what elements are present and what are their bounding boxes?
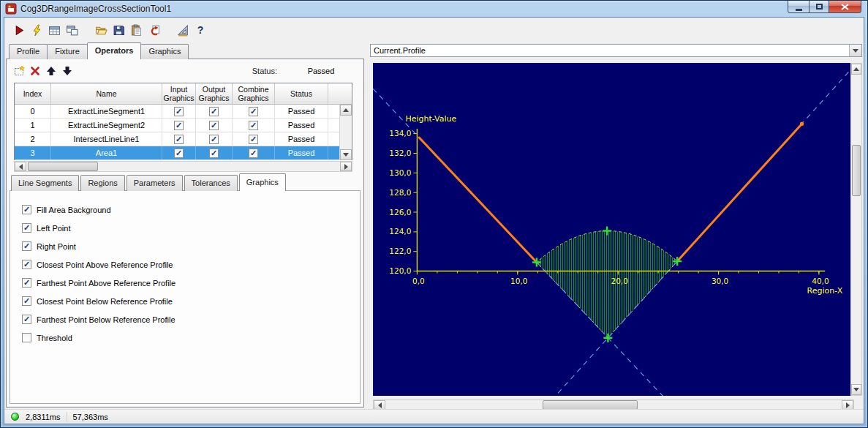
scrollbar-track[interactable]: [851, 75, 861, 384]
x-tick-label: 20,0: [611, 277, 628, 285]
sub-tab-line-segments[interactable]: Line Segments: [11, 175, 79, 191]
sub-tab-parameters[interactable]: Parameters: [127, 175, 183, 191]
name-cell: IntersectLineLine1: [51, 132, 162, 146]
operator-row-extractlinesegment2[interactable]: 1ExtractLineSegment2✓✓✓Passed: [15, 119, 352, 132]
operator-row-extractlinesegment1[interactable]: 0ExtractLineSegment1✓✓✓Passed: [15, 105, 352, 119]
sub-tab-regions[interactable]: Regions: [80, 175, 124, 191]
farthest-point-below-reference-profile-checkbox[interactable]: ✓: [22, 315, 31, 324]
table-horizontal-scrollbar[interactable]: [14, 161, 352, 172]
output-graphics-checkbox[interactable]: ✓: [209, 135, 219, 144]
scroll-down-button[interactable]: [340, 149, 352, 160]
y-axis-title: Height-Value: [405, 114, 456, 124]
input-graphics-checkbox[interactable]: ✓: [174, 107, 184, 116]
help-button[interactable]: ?: [192, 21, 209, 39]
input-graphics-checkbox[interactable]: ✓: [174, 135, 184, 144]
column-header-combine-graphics[interactable]: Combine Graphics: [233, 83, 275, 104]
closest-point-above-reference-profile-checkbox[interactable]: ✓: [22, 260, 31, 269]
run-button[interactable]: [10, 21, 28, 39]
save-file-button[interactable]: [110, 21, 127, 39]
new-operator-button[interactable]: [11, 63, 27, 79]
column-header-name[interactable]: Name: [51, 83, 162, 104]
fill-area-background-checkbox[interactable]: ✓: [22, 205, 31, 214]
move-up-button[interactable]: [43, 63, 59, 79]
column-header-status[interactable]: Status: [275, 83, 328, 104]
closest-point-below-reference-profile-checkbox[interactable]: ✓: [22, 296, 31, 306]
input-graphics-cell: ✓: [162, 146, 196, 159]
checkbox-label: Closest Point Below Reference Profile: [37, 297, 173, 306]
profile-chart[interactable]: 134,0132,0130,0128,0126,0124,0122,0120,0…: [373, 63, 854, 396]
profile-selector[interactable]: Current.Profile: [370, 44, 862, 57]
maximize-button[interactable]: [809, 1, 829, 13]
open-file-button[interactable]: [92, 21, 110, 39]
index-cell: 2: [15, 132, 51, 146]
paste-button[interactable]: [127, 21, 145, 39]
name-cell: Area1: [51, 146, 162, 159]
name-cell: ExtractLineSegment1: [51, 105, 162, 118]
scroll-up-button[interactable]: [340, 105, 352, 116]
output-graphics-checkbox[interactable]: ✓: [209, 121, 219, 130]
operators-table-body: 0ExtractLineSegment1✓✓✓Passed1ExtractLin…: [15, 105, 352, 160]
dropdown-button[interactable]: [849, 45, 861, 56]
column-header-input-graphics[interactable]: Input Graphics: [162, 83, 196, 104]
combine-graphics-checkbox[interactable]: ✓: [249, 121, 258, 130]
left-point-checkbox[interactable]: ✓: [22, 223, 31, 233]
profile-segment-right-end-dot: [800, 122, 804, 126]
delete-operator-button[interactable]: [27, 63, 43, 79]
input-graphics-cell: ✓: [162, 105, 196, 118]
close-button[interactable]: [829, 1, 861, 13]
table-vertical-scrollbar[interactable]: [339, 105, 352, 160]
scrollbar-thumb[interactable]: [28, 162, 98, 171]
x-tick-label: 30,0: [712, 277, 728, 285]
column-header-index[interactable]: Index: [15, 83, 51, 104]
move-down-button[interactable]: [59, 63, 75, 79]
profile-display-pane: Current.Profile 134,0132,0130,0128,0126,…: [369, 44, 862, 408]
scroll-left-button[interactable]: [15, 162, 26, 171]
tab-graphics[interactable]: Graphics: [140, 44, 189, 59]
operator-row-intersectlineline1[interactable]: 2IntersectLineLine1✓✓✓Passed: [15, 132, 352, 146]
operator-row-area1[interactable]: 3Area1✓✓✓Passed: [15, 146, 352, 160]
sub-tab-tolerances[interactable]: Tolerances: [184, 175, 238, 191]
tab-fixture[interactable]: Fixture: [47, 44, 88, 59]
maximize-icon: [816, 4, 823, 10]
electric-run-button[interactable]: [28, 21, 45, 39]
output-graphics-checkbox[interactable]: ✓: [209, 107, 219, 116]
scroll-up-button[interactable]: [851, 64, 861, 75]
arrow-right-icon: [846, 402, 850, 408]
combine-graphics-checkbox[interactable]: ✓: [249, 135, 258, 144]
combine-graphics-checkbox[interactable]: ✓: [249, 149, 258, 158]
output-graphics-checkbox[interactable]: ✓: [209, 149, 219, 158]
run-status-led: [11, 413, 19, 421]
sub-tab-graphics[interactable]: Graphics: [239, 173, 286, 191]
minimize-button[interactable]: [788, 1, 809, 13]
tab-profile[interactable]: Profile: [9, 44, 48, 59]
scroll-right-button[interactable]: [340, 162, 352, 171]
output-graphics-cell: ✓: [196, 132, 233, 146]
result-grid-button[interactable]: [45, 21, 63, 39]
tab-operators[interactable]: Operators: [87, 42, 142, 59]
float-results-button[interactable]: [63, 21, 80, 39]
profile-segment-left: [419, 138, 537, 263]
column-header-output-graphics[interactable]: Output Graphics: [196, 83, 233, 104]
title-bar[interactable]: Cog3DRangeImageCrossSectionTool1: [1, 1, 867, 17]
delete-operator-icon: [29, 65, 41, 77]
reset-button[interactable]: [145, 21, 162, 39]
execution-time: 2,8311ms: [26, 413, 61, 421]
reset-icon: [148, 24, 160, 37]
chart-vertical-scrollbar[interactable]: [850, 63, 862, 396]
client-area: ? ProfileFixtureOperatorsGraphics Status…: [4, 17, 864, 424]
arrow-up-icon: [343, 108, 349, 112]
right-point-checkbox[interactable]: ✓: [22, 241, 31, 251]
combine-graphics-checkbox[interactable]: ✓: [249, 107, 258, 116]
move-up-icon: [45, 65, 57, 77]
scroll-down-button[interactable]: [851, 384, 861, 395]
threshold-checkbox[interactable]: [22, 333, 31, 342]
farthest-point-above-reference-profile-checkbox[interactable]: ✓: [22, 278, 31, 288]
input-graphics-checkbox[interactable]: ✓: [174, 149, 184, 158]
total-time: 57,363ms: [73, 413, 108, 421]
input-graphics-checkbox[interactable]: ✓: [174, 121, 184, 130]
open-file-icon: [95, 24, 107, 37]
scrollbar-thumb[interactable]: [852, 145, 861, 196]
measure-tool-icon: [177, 24, 189, 37]
status-label: Status:: [252, 67, 277, 75]
measure-tool-button[interactable]: [174, 21, 192, 39]
